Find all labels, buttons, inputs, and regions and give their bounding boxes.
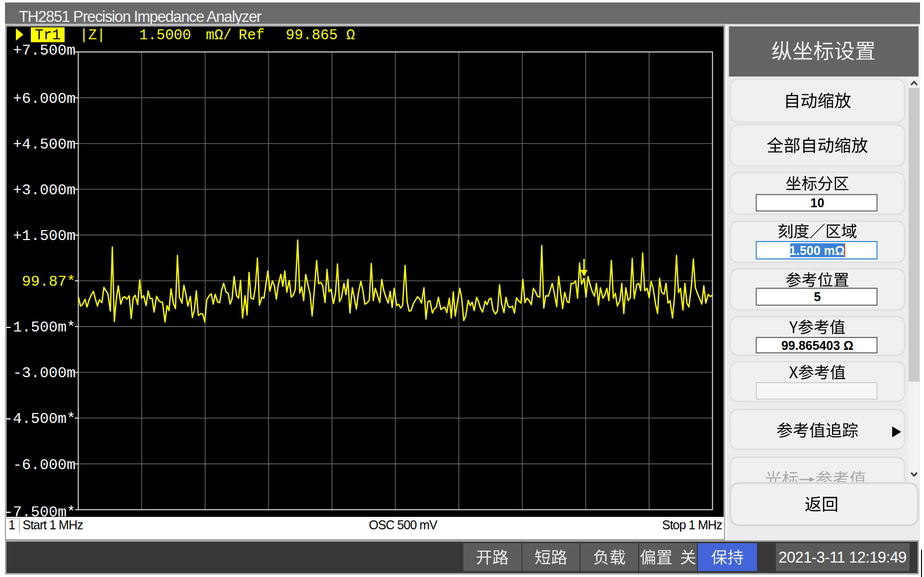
svg-text:1: 1 xyxy=(8,518,15,532)
svg-text:10: 10 xyxy=(811,196,825,210)
svg-text:+6.000m: +6.000m xyxy=(13,90,76,107)
svg-text:TH2851 Precision Impedance Ana: TH2851 Precision Impedance Analyzer xyxy=(19,8,261,25)
svg-text:99.87*: 99.87* xyxy=(22,273,76,290)
svg-text:-4.500m*: -4.500m* xyxy=(4,411,76,427)
svg-text:Stop 1 MHz: Stop 1 MHz xyxy=(662,518,722,532)
svg-text:2021-3-11 12:19:49: 2021-3-11 12:19:49 xyxy=(778,549,907,566)
svg-text:mΩ/: mΩ/ xyxy=(206,27,232,44)
svg-text:99.865403 Ω: 99.865403 Ω xyxy=(781,338,853,352)
svg-text:OSC 500 mV: OSC 500 mV xyxy=(369,518,438,532)
svg-text:+3.000m: +3.000m xyxy=(13,182,76,199)
svg-text:+1.500m: +1.500m xyxy=(13,228,76,245)
svg-text:Start 1 MHz: Start 1 MHz xyxy=(23,518,83,532)
svg-text:1.500 mΩ: 1.500 mΩ xyxy=(789,244,845,257)
svg-text:99.865 Ω: 99.865 Ω xyxy=(286,27,355,44)
svg-text:|Z|: |Z| xyxy=(80,27,105,44)
svg-text:+7.500m: +7.500m xyxy=(13,42,76,59)
svg-text:1.5000: 1.5000 xyxy=(139,27,191,44)
svg-text:+4.500m: +4.500m xyxy=(13,136,76,153)
svg-text:Tr1: Tr1 xyxy=(35,27,61,44)
svg-text:-3.000m: -3.000m xyxy=(13,365,76,382)
svg-text:5: 5 xyxy=(814,290,821,304)
svg-text:-1.500m*: -1.500m* xyxy=(4,319,76,336)
svg-text:-6.000m: -6.000m xyxy=(13,457,76,474)
svg-text:Ref: Ref xyxy=(239,27,264,44)
